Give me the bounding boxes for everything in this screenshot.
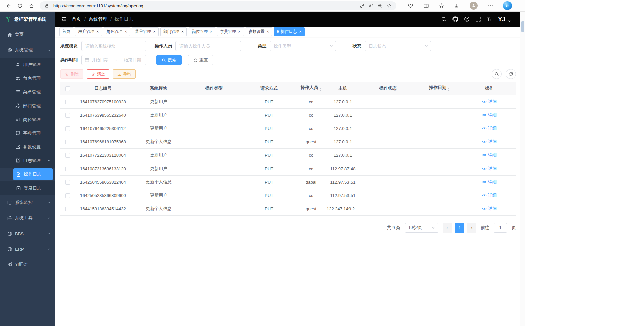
- tab-close-icon[interactable]: ×: [299, 29, 302, 34]
- page-scrollbar[interactable]: [520, 12, 525, 326]
- row-checkbox[interactable]: [65, 207, 70, 211]
- tab-close-icon[interactable]: ×: [153, 29, 156, 34]
- read-aloud-icon[interactable]: [369, 3, 374, 8]
- browser-essentials-icon[interactable]: [408, 3, 413, 9]
- page-1-button[interactable]: 1: [455, 223, 464, 233]
- font-size-icon[interactable]: [487, 16, 492, 22]
- add-favorite-icon[interactable]: [387, 3, 392, 8]
- tab-role[interactable]: 角色管理×: [104, 27, 130, 36]
- github-icon[interactable]: [452, 16, 458, 22]
- clear-button[interactable]: 清空: [87, 69, 109, 79]
- tab-user[interactable]: 用户管理×: [75, 27, 102, 36]
- browser-home-button[interactable]: [26, 1, 36, 10]
- browser-back-button[interactable]: [3, 1, 13, 10]
- type-select-input[interactable]: [270, 41, 336, 51]
- sidebar-item-post[interactable]: 岗位管理: [0, 113, 55, 126]
- detail-link[interactable]: 详细: [482, 112, 497, 118]
- detail-link[interactable]: 详细: [482, 206, 497, 212]
- row-checkbox[interactable]: [65, 193, 70, 198]
- tab-close-icon[interactable]: ×: [210, 29, 212, 34]
- export-button[interactable]: 导出: [113, 69, 136, 79]
- sidebar-item-dept[interactable]: 部门管理: [0, 99, 55, 113]
- tab-param[interactable]: 参数设置×: [246, 27, 272, 36]
- sidebar-item-user[interactable]: 用户管理: [0, 58, 55, 71]
- status-select[interactable]: [365, 41, 431, 51]
- collections-icon[interactable]: [454, 3, 460, 9]
- sidebar-item-yiframe[interactable]: Yi框架: [0, 257, 55, 272]
- prev-page-button[interactable]: ‹: [443, 223, 452, 233]
- date-range-picker[interactable]: 开始日期 - 结束日期: [81, 55, 146, 65]
- zoom-out-icon[interactable]: [378, 3, 383, 8]
- sidebar-item-loginlog[interactable]: 登录日志: [0, 181, 55, 195]
- profile-avatar[interactable]: [470, 2, 478, 10]
- sidebar-item-log[interactable]: 日志管理: [0, 154, 55, 168]
- detail-link[interactable]: 详细: [482, 166, 497, 172]
- detail-link[interactable]: 详细: [482, 179, 497, 185]
- tab-operlog[interactable]: 操作日志×: [274, 27, 305, 36]
- tab-close-icon[interactable]: ×: [96, 29, 99, 34]
- select-all-checkbox[interactable]: [65, 86, 70, 91]
- row-checkbox[interactable]: [65, 126, 70, 131]
- split-screen-icon[interactable]: [423, 3, 429, 9]
- row-checkbox[interactable]: [65, 167, 70, 171]
- favorites-icon[interactable]: [439, 3, 444, 9]
- page-size-select[interactable]: 10条/页: [405, 223, 438, 233]
- sidebar-item-role[interactable]: 角色管理: [0, 71, 55, 85]
- scrollbar-thumb[interactable]: [521, 21, 524, 32]
- sidebar-item-param[interactable]: 参数设置: [0, 140, 55, 154]
- tab-close-icon[interactable]: ×: [125, 29, 127, 34]
- detail-link[interactable]: 详细: [482, 192, 497, 198]
- url-text[interactable]: https://ccnetcore.com:1101/system/log/op…: [53, 3, 356, 8]
- brand-logo[interactable]: YJ: [498, 15, 505, 23]
- detail-link[interactable]: 详细: [482, 99, 497, 105]
- delete-button[interactable]: 删除: [60, 69, 83, 79]
- column-header[interactable]: 操作日期: [416, 82, 463, 95]
- sidebar-item-system[interactable]: 系统管理: [0, 42, 55, 58]
- tab-post[interactable]: 岗位管理×: [189, 27, 215, 36]
- tab-close-icon[interactable]: ×: [267, 29, 269, 34]
- breadcrumb-item[interactable]: 首页: [72, 16, 81, 22]
- breadcrumb-item[interactable]: 系统管理: [89, 16, 107, 22]
- tab-close-icon[interactable]: ×: [238, 29, 241, 34]
- sidebar-toggle-icon[interactable]: [61, 16, 67, 22]
- browser-refresh-button[interactable]: [15, 1, 25, 10]
- sidebar-item-menu[interactable]: 菜单管理: [0, 85, 55, 99]
- fullscreen-icon[interactable]: [475, 16, 481, 22]
- module-input[interactable]: [81, 41, 146, 51]
- chevron-down-icon[interactable]: [508, 19, 512, 23]
- app-logo[interactable]: 意框架管理系统: [0, 12, 55, 27]
- row-checkbox[interactable]: [65, 100, 70, 104]
- goto-page-input[interactable]: [494, 223, 507, 233]
- tab-home[interactable]: 首页: [59, 27, 73, 36]
- password-key-icon[interactable]: [360, 3, 365, 8]
- type-select[interactable]: [270, 41, 336, 51]
- reset-button[interactable]: 重置: [188, 55, 213, 65]
- sidebar-item-monitor[interactable]: 系统监控: [0, 195, 55, 210]
- help-icon[interactable]: [464, 16, 470, 22]
- row-checkbox[interactable]: [65, 180, 70, 185]
- detail-link[interactable]: 详细: [482, 139, 497, 145]
- tab-dept[interactable]: 部门管理×: [160, 27, 187, 36]
- copilot-icon[interactable]: b: [503, 1, 512, 10]
- tab-menu[interactable]: 菜单管理×: [132, 27, 159, 36]
- row-checkbox[interactable]: [65, 153, 70, 158]
- refresh-table-button[interactable]: [506, 69, 516, 79]
- sidebar-item-operlog[interactable]: 操作日志: [13, 168, 53, 180]
- column-header[interactable]: 操作人员: [297, 82, 325, 95]
- sidebar-item-bbs[interactable]: BBS: [0, 226, 55, 241]
- status-select-input[interactable]: [365, 41, 431, 51]
- detail-link[interactable]: 详细: [482, 125, 497, 131]
- sort-icon[interactable]: [319, 87, 321, 92]
- tab-close-icon[interactable]: ×: [181, 29, 184, 34]
- toggle-search-button[interactable]: [492, 69, 502, 79]
- search-button[interactable]: 搜索: [156, 55, 182, 65]
- header-search-icon[interactable]: [441, 16, 447, 22]
- row-checkbox[interactable]: [65, 113, 70, 118]
- sort-icon[interactable]: [448, 87, 450, 92]
- sidebar-item-erp[interactable]: ERP: [0, 241, 55, 257]
- tab-dict[interactable]: 字典管理×: [217, 27, 244, 36]
- operator-input[interactable]: [175, 41, 241, 51]
- detail-link[interactable]: 详细: [482, 152, 497, 158]
- sidebar-item-tools[interactable]: 系统工具: [0, 210, 55, 226]
- sidebar-item-home[interactable]: 首页: [0, 27, 55, 42]
